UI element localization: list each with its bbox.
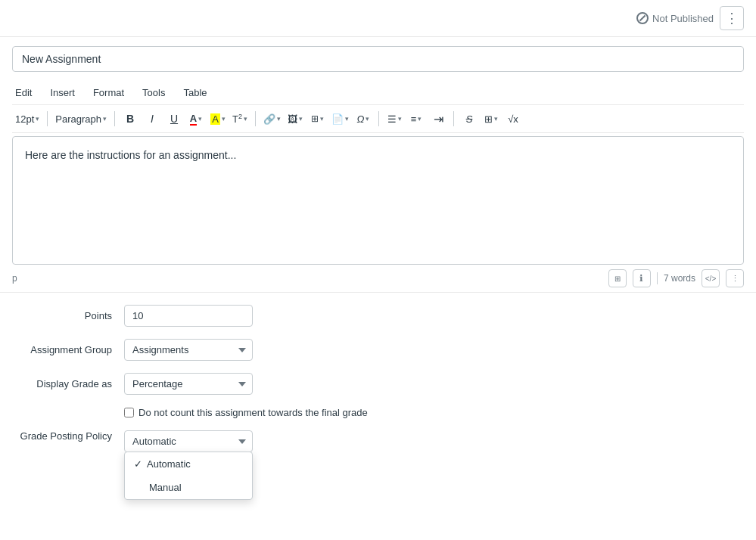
underline-button[interactable]: U (163, 108, 185, 129)
alignment-group: ☰ ▾ ≡ ▾ ⇥ (384, 108, 449, 129)
strikethrough-button[interactable]: S (459, 108, 480, 129)
superscript-button[interactable]: T2 ▾ (229, 108, 250, 129)
toolbar-sep-5 (453, 111, 454, 126)
align-button[interactable]: ☰ ▾ (384, 108, 405, 129)
form-section: Points Assignment Group Assignments Quiz… (0, 293, 756, 464)
not-published-badge: Not Published (636, 12, 714, 24)
bold-button[interactable]: B (120, 108, 141, 129)
special-char-button[interactable]: Ω ▾ (353, 108, 374, 129)
title-section (0, 37, 756, 81)
expand-icon-button[interactable]: ⊞ (608, 269, 627, 287)
display-grade-label: Display Grade as (12, 378, 118, 389)
font-size-group: 12pt ▾ (12, 108, 42, 129)
info-icon-button[interactable]: ℹ (633, 269, 651, 287)
points-row: Points (12, 305, 744, 327)
assignment-group-row: Assignment Group Assignments Quizzes Exa… (12, 339, 744, 361)
grade-posting-row: Grade Posting Policy Automatic Manual ✓ … (12, 430, 744, 452)
image-button[interactable]: 🖼 ▾ (285, 108, 306, 129)
html-source-button[interactable]: </> (702, 269, 720, 287)
grade-posting-label: Grade Posting Policy (12, 430, 118, 442)
points-input[interactable] (124, 305, 253, 327)
embed-button[interactable]: ⊞ ▾ (306, 108, 328, 129)
italic-button[interactable]: I (142, 108, 163, 129)
dropdown-option-manual[interactable]: Manual (125, 476, 252, 499)
assignment-group-select[interactable]: Assignments Quizzes Exams Projects (124, 339, 253, 361)
indent-button[interactable]: ⇥ (428, 108, 449, 129)
font-color-button[interactable]: A ▾ (185, 108, 207, 129)
menu-format[interactable]: Format (90, 85, 127, 100)
editor-toolbar: 12pt ▾ Paragraph ▾ B I U A ▾ (12, 104, 744, 133)
paragraph-group: Paragraph ▾ (52, 108, 110, 129)
more-options-button[interactable]: ⋮ (726, 269, 744, 287)
kebab-menu-button[interactable]: ⋮ (720, 6, 744, 30)
list-button[interactable]: ≡ ▾ (406, 108, 427, 129)
no-count-label[interactable]: Do not count this assignment towards the… (138, 407, 368, 418)
grade-posting-select[interactable]: Automatic Manual (124, 430, 253, 452)
toolbar-sep-status (657, 272, 658, 284)
font-size-button[interactable]: 12pt ▾ (12, 108, 42, 129)
menu-bar: Edit Insert Format Tools Table (12, 81, 744, 104)
table-insert-button[interactable]: ⊞ ▾ (481, 108, 502, 129)
link-button[interactable]: 🔗 ▾ (260, 108, 284, 129)
paragraph-button[interactable]: Paragraph ▾ (52, 108, 110, 129)
points-label: Points (12, 310, 118, 321)
math-button[interactable]: √x (502, 108, 524, 129)
menu-tools[interactable]: Tools (139, 85, 168, 100)
top-bar: Not Published ⋮ (0, 0, 756, 37)
highlight-button[interactable]: A ▾ (207, 108, 229, 129)
editor-content-area[interactable]: Here are the instructions for an assignm… (12, 136, 744, 265)
grade-posting-dropdown-popup: ✓ Automatic Manual (124, 452, 253, 500)
menu-edit[interactable]: Edit (12, 85, 35, 100)
status-bar-right: ⊞ ℹ 7 words </> ⋮ (608, 269, 744, 287)
menu-insert[interactable]: Insert (47, 85, 78, 100)
toolbar-sep-2 (114, 111, 115, 126)
toolbar-sep-4 (378, 111, 379, 126)
document-button[interactable]: 📄 ▾ (328, 108, 352, 129)
editor-element-indicator: p (12, 273, 17, 284)
assignment-group-label: Assignment Group (12, 344, 118, 355)
status-bar: p ⊞ ℹ 7 words </> ⋮ (0, 265, 756, 293)
toolbar-sep-3 (255, 111, 256, 126)
not-published-icon (636, 12, 649, 24)
display-grade-select[interactable]: Percentage Complete/Incomplete Points Le… (124, 373, 253, 395)
assignment-title-input[interactable] (12, 46, 744, 72)
not-published-label: Not Published (652, 13, 714, 24)
menu-table[interactable]: Table (180, 85, 210, 100)
display-grade-row: Display Grade as Percentage Complete/Inc… (12, 373, 744, 395)
text-format-group: B I U A ▾ A ▾ T2 ▾ (120, 108, 250, 129)
dropdown-option-automatic[interactable]: ✓ Automatic (125, 452, 252, 476)
insert-group: 🔗 ▾ 🖼 ▾ ⊞ ▾ 📄 ▾ Ω ▾ (260, 108, 374, 129)
no-count-row: Do not count this assignment towards the… (124, 407, 744, 418)
word-count: 7 words (664, 273, 695, 284)
no-count-checkbox[interactable] (124, 408, 134, 417)
misc-group: S ⊞ ▾ √x (459, 108, 524, 129)
toolbar-sep-1 (47, 111, 48, 126)
editor-section: Edit Insert Format Tools Table 12pt ▾ Pa… (0, 81, 756, 265)
